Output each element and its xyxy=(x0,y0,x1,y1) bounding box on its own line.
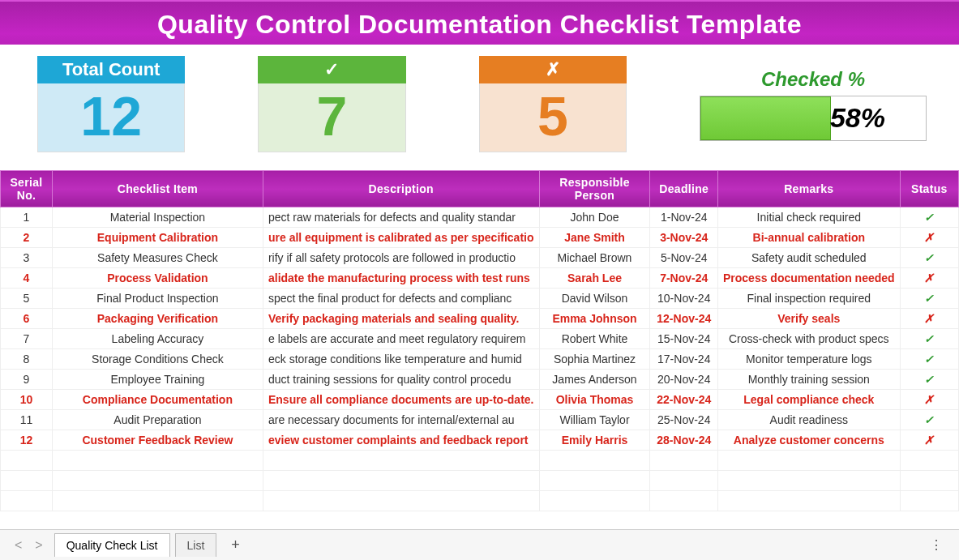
table-row[interactable]: 12Customer Feedback Revieweview customer… xyxy=(1,430,959,451)
cell-desc[interactable]: pect raw materials for defects and quali… xyxy=(263,207,539,228)
empty-cell[interactable] xyxy=(263,451,539,471)
cell-serial[interactable]: 1 xyxy=(1,207,53,228)
empty-cell[interactable] xyxy=(900,451,958,471)
cell-item[interactable]: Final Product Inspection xyxy=(52,289,263,309)
empty-cell[interactable] xyxy=(1,471,53,491)
cell-desc[interactable]: are necessary documents for internal/ext… xyxy=(263,410,539,430)
cell-item[interactable]: Packaging Verification xyxy=(52,309,263,329)
col-serial[interactable]: Serial No. xyxy=(1,171,53,207)
cell-person[interactable]: Olivia Thomas xyxy=(539,390,650,410)
cell-person[interactable]: Michael Brown xyxy=(539,248,650,268)
table-row[interactable]: 7Labeling Accuracye labels are accurate … xyxy=(1,329,959,349)
cell-status[interactable]: ✗ xyxy=(900,309,958,329)
empty-cell[interactable] xyxy=(1,451,53,471)
col-remarks[interactable]: Remarks xyxy=(718,171,901,207)
cell-person[interactable]: William Taylor xyxy=(539,410,650,430)
table-row[interactable]: 11Audit Preparationare necessary documen… xyxy=(1,410,959,430)
cell-serial[interactable]: 3 xyxy=(1,248,53,268)
cell-deadline[interactable]: 10-Nov-24 xyxy=(650,289,718,309)
cell-remarks[interactable]: Monthly training session xyxy=(718,370,901,390)
cell-person[interactable]: John Doe xyxy=(539,207,650,228)
cell-person[interactable]: Sophia Martinez xyxy=(539,349,650,370)
cell-item[interactable]: Storage Conditions Check xyxy=(52,349,263,370)
sheet-tab-list[interactable]: List xyxy=(175,533,217,557)
col-desc[interactable]: Description xyxy=(263,171,539,207)
cell-item[interactable]: Customer Feedback Review xyxy=(52,430,263,451)
cell-serial[interactable]: 2 xyxy=(1,228,53,248)
cell-item[interactable]: Material Inspection xyxy=(52,207,263,228)
empty-cell[interactable] xyxy=(263,471,539,491)
cell-status[interactable]: ✓ xyxy=(900,248,958,268)
cell-serial[interactable]: 9 xyxy=(1,370,53,390)
cell-item[interactable]: Process Validation xyxy=(52,268,263,289)
cell-status[interactable]: ✓ xyxy=(900,207,958,228)
cell-desc[interactable]: Ensure all compliance documents are up-t… xyxy=(263,390,539,410)
cell-item[interactable]: Audit Preparation xyxy=(52,410,263,430)
sheet-tab-active[interactable]: Quality Check List xyxy=(54,533,170,557)
sheet-nav-prev[interactable]: < xyxy=(8,538,28,553)
table-row[interactable]: 5Final Product Inspectionspect the final… xyxy=(1,289,959,309)
cell-item[interactable]: Safety Measures Check xyxy=(52,248,263,268)
table-row[interactable]: 6Packaging VerificationVerify packaging … xyxy=(1,309,959,329)
cell-person[interactable]: Robert White xyxy=(539,329,650,349)
table-row[interactable]: 8Storage Conditions Checkeck storage con… xyxy=(1,349,959,370)
cell-status[interactable]: ✓ xyxy=(900,370,958,390)
cell-deadline[interactable]: 5-Nov-24 xyxy=(650,248,718,268)
empty-cell[interactable] xyxy=(52,491,263,511)
empty-cell[interactable] xyxy=(718,451,901,471)
cell-remarks[interactable]: Safety audit scheduled xyxy=(718,248,901,268)
table-row[interactable]: 2Equipment Calibrationure all equipment … xyxy=(1,228,959,248)
empty-cell[interactable] xyxy=(900,491,958,511)
cell-remarks[interactable]: Initial check required xyxy=(718,207,901,228)
table-row[interactable]: 9Employee Trainingduct training sessions… xyxy=(1,370,959,390)
cell-desc[interactable]: rify if all safety protocols are followe… xyxy=(263,248,539,268)
cell-status[interactable]: ✓ xyxy=(900,410,958,430)
empty-cell[interactable] xyxy=(1,491,53,511)
cell-item[interactable]: Equipment Calibration xyxy=(52,228,263,248)
cell-person[interactable]: Emma Johnson xyxy=(539,309,650,329)
table-row[interactable]: 10Compliance DocumentationEnsure all com… xyxy=(1,390,959,410)
cell-person[interactable]: James Anderson xyxy=(539,370,650,390)
empty-cell[interactable] xyxy=(718,491,901,511)
empty-cell[interactable] xyxy=(539,491,650,511)
cell-status[interactable]: ✗ xyxy=(900,390,958,410)
cell-status[interactable]: ✗ xyxy=(900,228,958,248)
cell-deadline[interactable]: 3-Nov-24 xyxy=(650,228,718,248)
cell-item[interactable]: Employee Training xyxy=(52,370,263,390)
cell-serial[interactable]: 8 xyxy=(1,349,53,370)
cell-remarks[interactable]: Audit readiness xyxy=(718,410,901,430)
cell-item[interactable]: Compliance Documentation xyxy=(52,390,263,410)
sheet-more-icon[interactable]: ⋮ xyxy=(922,537,951,553)
cell-desc[interactable]: duct training sessions for quality contr… xyxy=(263,370,539,390)
cell-status[interactable]: ✓ xyxy=(900,349,958,370)
col-deadline[interactable]: Deadline xyxy=(650,171,718,207)
cell-remarks[interactable]: Legal compliance check xyxy=(718,390,901,410)
cell-remarks[interactable]: Bi-annual calibration xyxy=(718,228,901,248)
cell-serial[interactable]: 11 xyxy=(1,410,53,430)
cell-deadline[interactable]: 17-Nov-24 xyxy=(650,349,718,370)
cell-remarks[interactable]: Monitor temperature logs xyxy=(718,349,901,370)
table-row[interactable]: 1Material Inspectionpect raw materials f… xyxy=(1,207,959,228)
cell-status[interactable]: ✓ xyxy=(900,329,958,349)
empty-cell[interactable] xyxy=(263,491,539,511)
col-item[interactable]: Checklist Item xyxy=(52,171,263,207)
cell-deadline[interactable]: 15-Nov-24 xyxy=(650,329,718,349)
cell-serial[interactable]: 4 xyxy=(1,268,53,289)
col-person[interactable]: Responsible Person xyxy=(539,171,650,207)
cell-person[interactable]: Emily Harris xyxy=(539,430,650,451)
cell-serial[interactable]: 6 xyxy=(1,309,53,329)
col-status[interactable]: Status xyxy=(900,171,958,207)
cell-person[interactable]: Sarah Lee xyxy=(539,268,650,289)
cell-deadline[interactable]: 12-Nov-24 xyxy=(650,309,718,329)
cell-deadline[interactable]: 22-Nov-24 xyxy=(650,390,718,410)
cell-status[interactable]: ✓ xyxy=(900,289,958,309)
add-sheet-icon[interactable]: + xyxy=(231,536,240,554)
empty-cell[interactable] xyxy=(539,471,650,491)
cell-serial[interactable]: 12 xyxy=(1,430,53,451)
cell-remarks[interactable]: Verify seals xyxy=(718,309,901,329)
cell-desc[interactable]: spect the final product for defects and … xyxy=(263,289,539,309)
cell-desc[interactable]: eview customer complaints and feedback r… xyxy=(263,430,539,451)
empty-cell[interactable] xyxy=(539,451,650,471)
empty-cell[interactable] xyxy=(900,471,958,491)
cell-desc[interactable]: Verify packaging materials and sealing q… xyxy=(263,309,539,329)
